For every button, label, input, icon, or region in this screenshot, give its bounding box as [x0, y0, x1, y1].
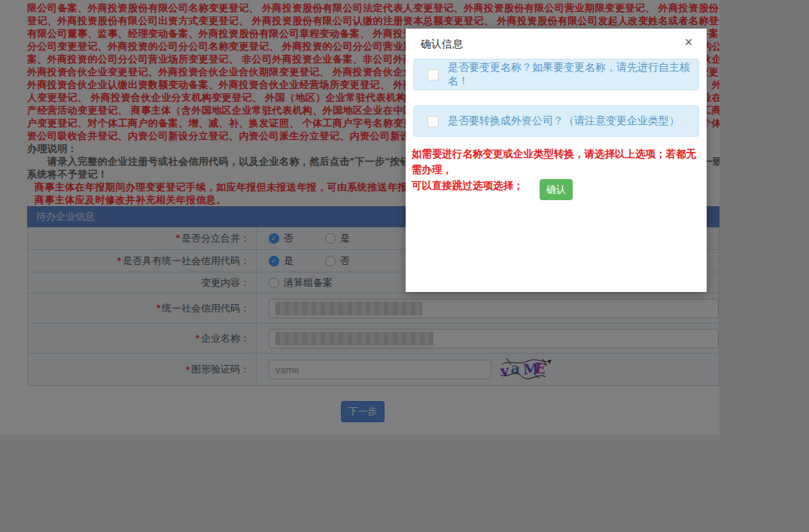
option-label: 是否要转换成外资公司？（请注意变更企业类型）	[448, 114, 680, 128]
option-change-name[interactable]: 是否要变更名称？如果要变更名称，请先进行自主核名！	[413, 59, 699, 90]
modal-title: 确认信息	[421, 38, 463, 51]
confirm-button[interactable]: 确认	[540, 179, 573, 200]
checkbox-unchecked-icon[interactable]	[427, 116, 439, 127]
close-icon[interactable]: ×	[681, 35, 696, 50]
checkbox-unchecked-icon[interactable]	[427, 69, 439, 81]
option-label: 是否要变更名称？如果要变更名称，请先进行自主核名！	[448, 61, 698, 88]
confirm-info-modal: 确认信息 × 是否要变更名称？如果要变更名称，请先进行自主核名！ 是否要转换成外…	[406, 29, 707, 292]
option-convert-foreign[interactable]: 是否要转换成外资公司？（请注意变更企业类型）	[413, 105, 699, 137]
warning-line: 如需要进行名称变更或企业类型转换，请选择以上选项；若都无需办理，	[412, 146, 701, 178]
